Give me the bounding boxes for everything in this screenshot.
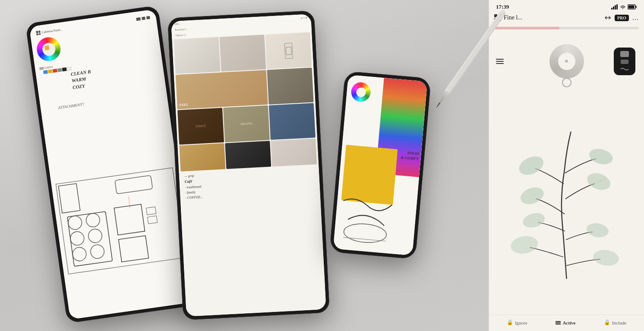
sketch-text-1: CLEAN BWARMCOZY (70, 68, 93, 91)
sketch-art (333, 188, 428, 255)
svg-point-2 (69, 231, 85, 246)
moodboard-cell-dark (225, 141, 271, 169)
right-phone-ui: 17:39 (489, 0, 644, 331)
svg-rect-21 (611, 8, 612, 10)
svg-rect-27 (635, 6, 637, 8)
leaf-illustration (489, 92, 644, 315)
moodboard-grid: FEEL STANCE ORGANIC (172, 31, 319, 172)
device-screen-3: SOLID& COMFY (333, 75, 428, 255)
moodboard-cell-interior: FEEL (176, 70, 268, 109)
toolbar-active[interactable]: Active (556, 320, 575, 325)
moodboard-cell-wood (267, 68, 314, 105)
toolbar-ignore[interactable]: 🔒 Ignore (507, 319, 527, 326)
sketch-text-annotations: SOLID& COMFY (401, 150, 419, 162)
color-wheel[interactable] (35, 36, 62, 63)
resize-icon[interactable] (604, 15, 611, 21)
brush-wheel[interactable]: ≡ (549, 44, 584, 79)
svg-rect-22 (613, 6, 614, 10)
main-canvas-area[interactable] (489, 92, 644, 315)
brush-squiggle (620, 67, 629, 72)
device-frame-3: SOLID& COMFY (329, 71, 431, 259)
screen2-content: 98% ⌀ ≡ ⊗ Precision ≡ Objects ⬡ (171, 14, 326, 316)
nav-bar: Fine l... PRO ... (489, 12, 644, 25)
moodboard-cell-furniture (174, 37, 221, 74)
svg-point-4 (85, 212, 101, 228)
screen1-title: Cafeteria Furni... (41, 28, 62, 34)
svg-line-17 (292, 43, 293, 58)
signal-icon (611, 4, 618, 10)
moodboard-cell-organic: ORGANIC (223, 105, 270, 142)
status-bar: 17:39 (489, 0, 644, 12)
toolbar-include[interactable]: 🔒 Include (604, 319, 626, 326)
svg-line-18 (285, 58, 292, 58)
svg-rect-11 (148, 216, 158, 224)
include-label: Include (612, 320, 626, 325)
battery-icon (628, 4, 637, 10)
sketch-text-2: ATTACHMENT? (58, 102, 85, 110)
active-label: Active (562, 320, 575, 325)
moodboard-cell-interior2 (269, 103, 316, 140)
pro-badge[interactable]: PRO (615, 15, 629, 21)
svg-rect-9 (119, 236, 149, 262)
lock-filled-icon: 🔒 (604, 319, 610, 326)
svg-rect-13 (58, 183, 80, 213)
brush-wheel-inner: ≡ (558, 53, 575, 70)
right-section: 17:39 (489, 0, 644, 331)
nav-title: Fine l... (504, 14, 522, 21)
svg-rect-19 (286, 47, 291, 54)
screenshots-section: Cafeteria Furni... (0, 0, 489, 331)
svg-rect-12 (115, 175, 153, 194)
svg-point-3 (72, 246, 87, 262)
brush-selector-area: ≡ (489, 31, 644, 92)
layers-stack-icon (556, 321, 561, 325)
svg-rect-23 (615, 5, 616, 10)
floor-plan-svg (45, 124, 196, 317)
svg-point-5 (88, 228, 103, 244)
hamburger-menu[interactable] (496, 59, 504, 64)
svg-rect-8 (114, 204, 145, 235)
svg-line-15 (284, 43, 292, 43)
main-container: Cafeteria Furni... (0, 0, 644, 331)
wifi-icon (620, 4, 626, 10)
bottom-toolbar: 🔒 Ignore Active 🔒 Include (489, 315, 644, 331)
moodboard-cell-chairs (219, 35, 266, 71)
svg-rect-10 (146, 207, 156, 215)
progress-bar-container (489, 25, 644, 31)
moodboard-cell-sketch (265, 32, 312, 69)
progress-bar-track (494, 27, 639, 29)
svg-rect-24 (616, 4, 618, 10)
layers-text: Layers (44, 65, 53, 70)
color-wheel-tool[interactable] (350, 82, 372, 103)
brush-panel[interactable] (614, 48, 635, 75)
moodboard-cell-light (271, 138, 317, 166)
svg-line-16 (284, 43, 285, 58)
svg-line-14 (129, 197, 130, 208)
progress-bar-fill (494, 27, 559, 29)
nav-right: PRO ... (604, 14, 639, 22)
device-screen-2: 98% ⌀ ≡ ⊗ Precision ≡ Objects ⬡ (171, 14, 326, 316)
lock-icon: 🔒 (507, 319, 513, 326)
screen1-topbar: Cafeteria Furni... (33, 13, 153, 38)
circle-handle[interactable] (562, 78, 571, 87)
moodboard-cell-wicker (179, 143, 225, 171)
svg-point-1 (67, 215, 83, 230)
status-icons (611, 4, 637, 10)
screenshot-card-3: SOLID& COMFY (301, 13, 460, 317)
moodboard-cell-coffee: STANCE (177, 108, 224, 144)
svg-rect-26 (628, 6, 635, 9)
ignore-label: Ignore (515, 320, 527, 325)
svg-point-6 (90, 244, 105, 259)
more-button[interactable]: ... (632, 14, 639, 22)
